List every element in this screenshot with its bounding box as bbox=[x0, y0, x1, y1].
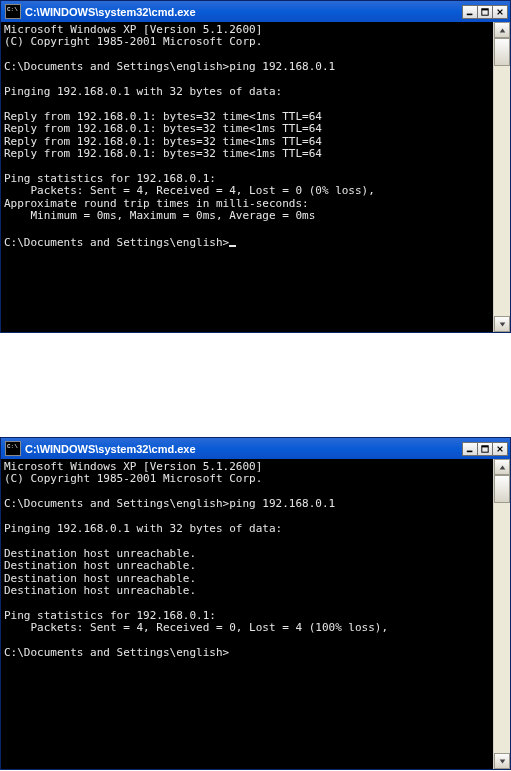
svg-marker-13 bbox=[499, 759, 505, 763]
vertical-scrollbar[interactable] bbox=[493, 459, 510, 769]
client-area: Microsoft Windows XP [Version 5.1.2600] … bbox=[1, 459, 510, 769]
minimize-icon bbox=[466, 445, 474, 453]
cmd-window-2: C:\WINDOWS\system32\cmd.exe Microsoft Wi… bbox=[0, 437, 511, 770]
scroll-thumb[interactable] bbox=[494, 475, 510, 503]
cmd-window-1: C:\WINDOWS\system32\cmd.exe Microsoft Wi… bbox=[0, 0, 511, 333]
svg-rect-7 bbox=[467, 450, 473, 452]
maximize-icon bbox=[481, 445, 489, 453]
window-title: C:\WINDOWS\system32\cmd.exe bbox=[25, 6, 462, 18]
arrow-up-icon bbox=[499, 27, 506, 34]
maximize-button[interactable] bbox=[477, 442, 493, 456]
svg-rect-2 bbox=[482, 8, 488, 10]
window-controls bbox=[462, 5, 508, 19]
arrow-down-icon bbox=[499, 758, 506, 765]
svg-marker-5 bbox=[499, 28, 505, 32]
scroll-up-button[interactable] bbox=[494, 22, 510, 38]
svg-marker-12 bbox=[499, 465, 505, 469]
scroll-down-button[interactable] bbox=[494, 753, 510, 769]
window-controls bbox=[462, 442, 508, 456]
titlebar[interactable]: C:\WINDOWS\system32\cmd.exe bbox=[1, 1, 510, 22]
svg-marker-6 bbox=[499, 322, 505, 326]
minimize-button[interactable] bbox=[462, 5, 478, 19]
client-area: Microsoft Windows XP [Version 5.1.2600] … bbox=[1, 22, 510, 332]
scroll-track[interactable] bbox=[494, 38, 510, 316]
arrow-down-icon bbox=[499, 321, 506, 328]
close-button[interactable] bbox=[492, 5, 508, 19]
scroll-up-button[interactable] bbox=[494, 459, 510, 475]
console-output[interactable]: Microsoft Windows XP [Version 5.1.2600] … bbox=[1, 22, 493, 332]
window-title: C:\WINDOWS\system32\cmd.exe bbox=[25, 443, 462, 455]
console-output[interactable]: Microsoft Windows XP [Version 5.1.2600] … bbox=[1, 459, 493, 769]
close-icon bbox=[496, 8, 504, 16]
minimize-button[interactable] bbox=[462, 442, 478, 456]
scroll-thumb[interactable] bbox=[494, 38, 510, 66]
maximize-icon bbox=[481, 8, 489, 16]
minimize-icon bbox=[466, 8, 474, 16]
titlebar[interactable]: C:\WINDOWS\system32\cmd.exe bbox=[1, 438, 510, 459]
svg-rect-0 bbox=[467, 13, 473, 15]
scroll-down-button[interactable] bbox=[494, 316, 510, 332]
close-icon bbox=[496, 445, 504, 453]
scroll-track[interactable] bbox=[494, 475, 510, 753]
close-button[interactable] bbox=[492, 442, 508, 456]
cmd-icon bbox=[5, 4, 21, 19]
arrow-up-icon bbox=[499, 464, 506, 471]
maximize-button[interactable] bbox=[477, 5, 493, 19]
vertical-scrollbar[interactable] bbox=[493, 22, 510, 332]
svg-rect-9 bbox=[482, 445, 488, 447]
cmd-icon bbox=[5, 441, 21, 456]
